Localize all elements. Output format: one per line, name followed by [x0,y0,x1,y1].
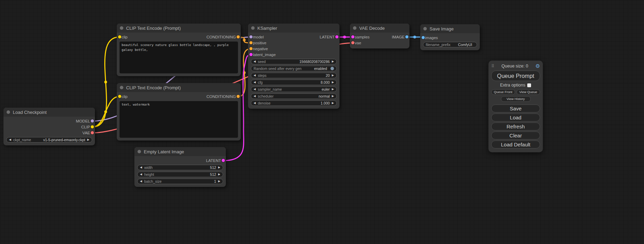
increment-icon[interactable]: ▶ [218,180,220,183]
samples-input-port[interactable] [351,35,354,38]
node-title-bar[interactable]: CLIP Text Encode (Prompt) [117,24,241,33]
height-widget[interactable]: ◀ height 512 ▶ [137,172,223,177]
vae-output-port[interactable] [91,131,94,134]
extra-options-checkbox[interactable] [527,83,531,87]
slot-row: clip CONDITIONING [117,93,241,99]
model-output-port[interactable] [91,119,94,123]
node-title: VAE Decode [359,26,385,31]
decrement-icon[interactable]: ◀ [254,81,256,84]
clip-output-port[interactable] [91,125,94,128]
positive-input-port[interactable] [249,41,253,44]
node-clip-text-encode-positive[interactable]: CLIP Text Encode (Prompt) clip CONDITION… [117,24,241,76]
collapse-dot-icon[interactable] [120,26,123,30]
output-label: VAE [82,131,90,135]
node-title-bar[interactable]: Load Checkpoint [3,108,95,117]
increment-icon[interactable]: ▶ [332,88,334,91]
conditioning-output-port[interactable] [237,95,240,98]
slot-row-model: model LATENT [248,34,339,40]
increment-icon[interactable]: ▶ [218,173,220,176]
decrement-icon[interactable]: ◀ [254,88,256,91]
input-label: clip [122,94,127,99]
clip-input-port[interactable] [118,95,121,98]
vae-input-port[interactable] [351,41,354,44]
node-clip-text-encode-negative[interactable]: CLIP Text Encode (Prompt) clip CONDITION… [117,83,241,141]
output-label: CLIP [81,125,90,129]
clip-input-port[interactable] [118,35,121,38]
refresh-button[interactable]: Refresh [491,123,540,130]
settings-gear-icon[interactable]: ⚙ [536,63,540,69]
queue-front-button[interactable]: Queue Front [491,89,515,95]
node-title: CLIP Text Encode (Prompt) [126,85,181,90]
output-label: CONDITIONING [206,35,236,39]
node-title: KSampler [257,26,277,31]
images-input-port[interactable] [422,36,425,39]
widget-name: steps [258,73,266,78]
node-title-bar[interactable]: VAE Decode [350,24,409,33]
decrement-icon[interactable]: ◀ [254,74,256,77]
graph-canvas[interactable]: Load Checkpoint MODEL CLIP VAE ◀ ckpt_na… [0,0,644,244]
collapse-dot-icon[interactable] [251,26,255,30]
latent-image-input-port[interactable] [249,53,253,56]
collapse-dot-icon[interactable] [423,27,427,30]
sampler-name-widget[interactable]: ◀ sampler_name euler ▶ [251,87,337,92]
node-vae-decode[interactable]: VAE Decode samples IMAGE vae [350,24,409,48]
increment-icon[interactable]: ▶ [332,60,334,63]
node-load-checkpoint[interactable]: Load Checkpoint MODEL CLIP VAE ◀ ckpt_na… [3,108,95,145]
latent-output-port[interactable] [335,35,338,38]
collapse-dot-icon[interactable] [120,86,123,89]
load-default-button[interactable]: Load Default [491,141,540,148]
model-input-port[interactable] [249,35,253,38]
node-title-bar[interactable]: Empty Latent Image [134,147,226,156]
node-title-bar[interactable]: KSampler [248,24,339,33]
increment-icon[interactable]: ▶ [332,74,334,77]
batch-size-widget[interactable]: ◀ batch_size 1 ▶ [137,179,223,184]
conditioning-output-port[interactable] [237,35,240,38]
node-title-bar[interactable]: Save Image [420,24,480,33]
increment-icon[interactable]: ▶ [332,102,334,105]
decrement-icon[interactable]: ◀ [140,173,142,176]
scheduler-widget[interactable]: ◀ scheduler normal ▶ [251,93,337,99]
increment-icon[interactable]: ▶ [332,95,334,98]
decrement-icon[interactable]: ◀ [254,102,256,105]
decrement-icon[interactable]: ◀ [254,60,256,63]
steps-widget[interactable]: ◀ steps 20 ▶ [251,73,337,78]
prompt-textarea[interactable]: beautiful scenery nature glass bottle la… [120,42,238,73]
toggle-knob[interactable] [330,67,334,70]
clear-button[interactable]: Clear [491,132,540,139]
decrement-icon[interactable]: ◀ [140,180,142,183]
decrement-icon[interactable]: ◀ [140,166,142,169]
collapse-dot-icon[interactable] [7,110,10,114]
drag-handle-icon[interactable]: ⠿ [491,64,494,69]
image-output-port[interactable] [405,35,408,38]
load-button[interactable]: Load [491,114,540,121]
filename-prefix-widget[interactable]: filename_prefix ComfyUI [423,42,477,47]
decrement-icon[interactable]: ◀ [9,138,11,141]
increment-icon[interactable]: ▶ [87,138,89,141]
random-seed-toggle[interactable]: Random seed after every gen enabled [251,66,337,71]
decrement-icon[interactable]: ◀ [254,95,256,98]
widget-value: 1.000 [321,101,330,105]
queue-prompt-button[interactable]: Queue Prompt [491,71,540,81]
seed-widget[interactable]: ◀ seed 156680208700286 ▶ [251,59,337,64]
increment-icon[interactable]: ▶ [332,81,334,84]
node-title-bar[interactable]: CLIP Text Encode (Prompt) [117,83,241,92]
negative-input-port[interactable] [249,47,253,50]
ckpt-name-widget[interactable]: ◀ ckpt_name v1-5-pruned-emaonly.ckpt ▶ [6,137,92,143]
cfg-widget[interactable]: ◀ cfg 8.000 ▶ [251,80,337,85]
width-widget[interactable]: ◀ width 512 ▶ [137,165,223,170]
widget-name: filename_prefix [426,43,450,47]
collapse-dot-icon[interactable] [353,26,356,30]
view-queue-button[interactable]: View Queue [517,89,540,95]
prompt-textarea[interactable]: text, watermark [120,101,238,138]
menu-header: ⠿ Queue size: 0 ⚙ [488,62,543,71]
node-empty-latent-image[interactable]: Empty Latent Image LATENT ◀ width 512 ▶ … [134,147,226,187]
increment-icon[interactable]: ▶ [218,166,220,169]
denoise-widget[interactable]: ◀ denoise 1.000 ▶ [251,100,337,106]
view-history-button[interactable]: View History [501,96,531,102]
collapse-dot-icon[interactable] [138,150,141,153]
save-button[interactable]: Save [491,105,540,112]
node-ksampler[interactable]: KSampler model LATENT positive negative … [248,24,339,109]
latent-output-port[interactable] [222,159,225,162]
output-label: IMAGE [392,35,405,39]
node-save-image[interactable]: Save Image images filename_prefix ComfyU… [420,24,480,50]
